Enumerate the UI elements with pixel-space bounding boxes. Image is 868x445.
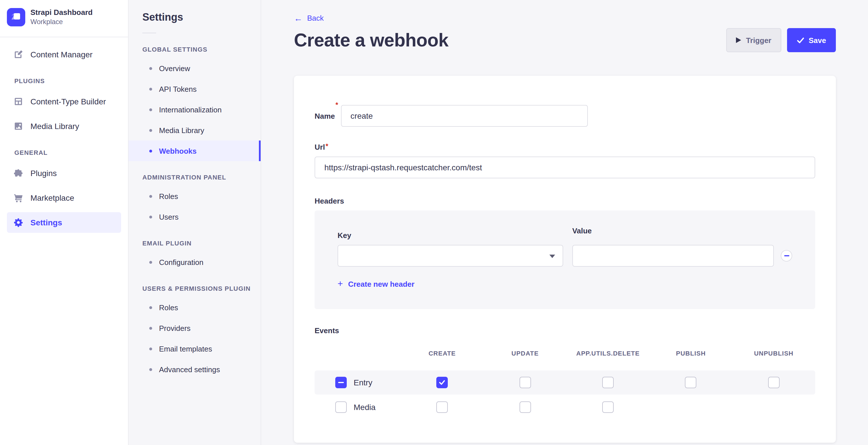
column-header-unpublish: UNPUBLISH xyxy=(732,350,815,357)
key-select[interactable] xyxy=(338,245,563,267)
workspace-switcher[interactable]: Strapi Dashboard Workplace xyxy=(0,0,128,32)
check-icon xyxy=(797,36,804,44)
subnav-title: Settings xyxy=(143,11,260,24)
subnav-item-overview[interactable]: Overview xyxy=(129,58,260,78)
main-content: ← Back Create a webhook Trigger Save Nam… xyxy=(261,0,868,445)
bullet-icon xyxy=(149,149,152,152)
page-header: Create a webhook Trigger Save xyxy=(294,28,836,52)
sidebar-item-settings[interactable]: Settings xyxy=(7,212,121,233)
sidebar-item-marketplace[interactable]: Marketplace xyxy=(7,187,121,208)
media-update-checkbox[interactable] xyxy=(519,402,531,413)
header-value-group: Value xyxy=(572,227,774,267)
subnav-item-label: Roles xyxy=(159,303,178,312)
name-field-group: Name* xyxy=(315,100,815,127)
trigger-button[interactable]: Trigger xyxy=(726,28,781,52)
entry-delete-checkbox[interactable] xyxy=(602,377,614,388)
subnav-item-internationalization[interactable]: Internationalization xyxy=(129,99,260,120)
pencil-square-icon xyxy=(12,49,24,60)
events-row-entry: Entry xyxy=(315,371,815,395)
media-row-checkbox[interactable] xyxy=(335,402,347,413)
plus-icon: + xyxy=(338,279,343,288)
webhook-form-card: Name* Url* Headers Key xyxy=(294,76,836,443)
key-label: Key xyxy=(338,231,563,240)
required-asterisk: * xyxy=(336,101,338,109)
subnav-item-up-roles[interactable]: Roles xyxy=(129,297,260,318)
subnav-section-administration-panel: ADMINISTRATION PANEL xyxy=(143,174,260,181)
subnav-item-label: Email templates xyxy=(159,344,212,353)
strapi-logo-icon xyxy=(7,8,25,26)
bullet-icon xyxy=(149,108,152,111)
bullet-icon xyxy=(149,261,152,264)
bullet-icon xyxy=(149,129,152,132)
subnav-item-up-advanced-settings[interactable]: Advanced settings xyxy=(129,359,260,380)
settings-subnav: Settings GLOBAL SETTINGS Overview API To… xyxy=(129,0,261,445)
gear-icon xyxy=(12,217,24,228)
sidebar-item-label: Media Library xyxy=(30,122,79,131)
main-sidebar: Strapi Dashboard Workplace Content Manag… xyxy=(0,0,129,445)
value-label: Value xyxy=(572,227,774,236)
play-icon xyxy=(736,37,741,43)
sidebar-item-content-manager[interactable]: Content Manager xyxy=(7,44,121,65)
subnav-section-users-permissions-plugin: USERS & PERMISSIONS PLUGIN xyxy=(143,285,260,292)
entry-unpublish-checkbox[interactable] xyxy=(768,377,780,388)
column-header-create: CREATE xyxy=(401,350,484,357)
subnav-item-email-configuration[interactable]: Configuration xyxy=(129,252,260,272)
entry-update-checkbox[interactable] xyxy=(519,377,531,388)
subnav-item-admin-users[interactable]: Users xyxy=(129,206,260,227)
subnav-item-api-tokens[interactable]: API Tokens xyxy=(129,78,260,99)
value-input[interactable] xyxy=(572,245,774,267)
entry-row-checkbox[interactable] xyxy=(335,377,347,388)
required-asterisk: * xyxy=(326,142,328,150)
sidebar-item-media-library[interactable]: Media Library xyxy=(7,116,121,136)
subnav-item-webhooks[interactable]: Webhooks xyxy=(129,140,260,161)
key-select-input[interactable] xyxy=(338,245,563,267)
bullet-icon xyxy=(149,215,152,218)
bullet-icon xyxy=(149,195,152,198)
media-create-checkbox[interactable] xyxy=(436,402,448,413)
bullet-icon xyxy=(149,327,152,330)
workspace-subtitle: Workplace xyxy=(30,18,93,26)
bullet-icon xyxy=(149,306,152,309)
subnav-item-label: Configuration xyxy=(159,258,204,266)
trigger-label: Trigger xyxy=(746,36,771,44)
subnav-item-label: Roles xyxy=(159,192,178,200)
sidebar-item-label: Content Manager xyxy=(30,50,92,59)
url-label: Url* xyxy=(315,143,328,151)
puzzle-icon xyxy=(12,168,24,179)
subnav-item-label: Webhooks xyxy=(159,146,197,155)
url-input[interactable] xyxy=(315,157,815,178)
column-header-app-utils-delete: APP.UTILS.DELETE xyxy=(567,350,650,357)
bullet-icon xyxy=(149,347,152,350)
media-delete-checkbox[interactable] xyxy=(602,402,614,413)
page-title: Create a webhook xyxy=(294,30,448,51)
name-input[interactable] xyxy=(341,105,588,127)
entry-publish-checkbox[interactable] xyxy=(685,377,696,388)
back-link[interactable]: ← Back xyxy=(294,14,324,22)
save-button[interactable]: Save xyxy=(787,28,836,52)
subnav-section-global-settings: GLOBAL SETTINGS xyxy=(143,46,260,53)
subnav-item-up-email-templates[interactable]: Email templates xyxy=(129,338,260,359)
subnav-item-label: Internationalization xyxy=(159,105,222,114)
image-icon xyxy=(12,121,24,132)
subnav-item-label: API Tokens xyxy=(159,84,197,93)
subnav-item-label: Media Library xyxy=(159,126,205,134)
subnav-item-up-providers[interactable]: Providers xyxy=(129,318,260,338)
events-header-row: CREATE UPDATE APP.UTILS.DELETE PUBLISH U… xyxy=(315,350,815,357)
shopping-cart-icon xyxy=(12,193,24,203)
sidebar-item-label: Settings xyxy=(30,218,62,227)
save-label: Save xyxy=(809,36,826,44)
sidebar-item-label: Marketplace xyxy=(30,193,74,202)
entry-create-checkbox[interactable] xyxy=(436,377,448,388)
workspace-title: Strapi Dashboard xyxy=(30,8,93,17)
subnav-item-media-library[interactable]: Media Library xyxy=(129,120,260,140)
minus-icon xyxy=(784,255,789,256)
create-new-header-label: Create new header xyxy=(348,280,414,288)
subnav-item-admin-roles[interactable]: Roles xyxy=(129,186,260,206)
create-new-header-link[interactable]: + Create new header xyxy=(338,279,414,288)
subnav-item-label: Advanced settings xyxy=(159,365,220,374)
back-label: Back xyxy=(307,14,324,22)
sidebar-item-content-type-builder[interactable]: Content-Type Builder xyxy=(7,91,121,112)
name-label: Name* xyxy=(315,112,338,121)
remove-header-button[interactable] xyxy=(781,250,792,262)
sidebar-item-plugins[interactable]: Plugins xyxy=(7,163,121,183)
